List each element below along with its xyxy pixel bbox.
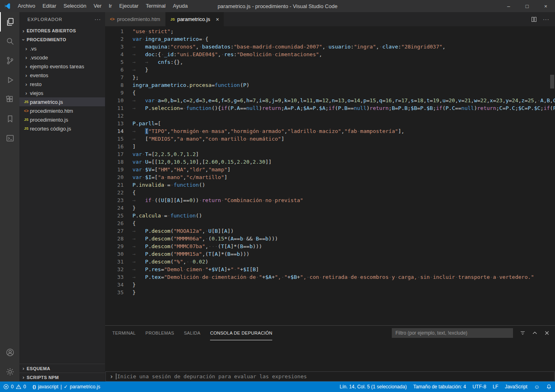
menu-seleccion[interactable]: Selección (60, 0, 90, 12)
code-line[interactable]: 6→} (105, 66, 555, 74)
tab-procedimiento.htm[interactable]: <>procedimiento.htm (105, 12, 166, 26)
line-number[interactable]: 33 (105, 273, 124, 281)
line-number[interactable]: 21 (105, 181, 124, 189)
code-line[interactable]: 4→doc:{·_id:"uni.EADE04$",·res:"Demolici… (105, 51, 555, 58)
panel-tab-salida[interactable]: SALIDA (184, 326, 200, 340)
line-number[interactable]: 4 (105, 51, 124, 58)
menu-ejecutar[interactable]: Ejecutar (116, 0, 142, 12)
cursor-position[interactable]: Lín. 14, Col. 5 (1 seleccionada) (336, 381, 410, 392)
editor-scrollbar[interactable] (550, 75, 554, 89)
code-line[interactable]: 7}; (105, 74, 555, 81)
tab-parametrico.js[interactable]: JSparametrico.js× (166, 12, 225, 26)
code-line[interactable]: 1"use·strict"; (105, 27, 555, 35)
line-number[interactable]: 29 (105, 242, 124, 250)
line-number[interactable]: 17 (105, 150, 124, 158)
line-number[interactable]: 6 (105, 66, 124, 74)
code-line[interactable]: 34} (105, 281, 555, 289)
tree-folder-eventos[interactable]: ›eventos (19, 71, 105, 80)
line-number[interactable]: 16 (105, 143, 124, 150)
line-number[interactable]: 15 (105, 135, 124, 143)
line-number[interactable]: 11 (105, 104, 124, 112)
line-number[interactable]: 13 (105, 120, 124, 127)
more-actions-icon[interactable]: ··· (543, 16, 549, 22)
line-number[interactable]: 12 (105, 112, 124, 120)
code-line[interactable]: 12 (105, 112, 555, 120)
tree-folder-resto[interactable]: ›resto (19, 80, 105, 89)
line-number[interactable]: 2 (105, 35, 124, 43)
line-number[interactable]: 5 (105, 58, 124, 66)
menu-ver[interactable]: Ver (90, 0, 105, 12)
line-number[interactable]: 3 (105, 43, 124, 51)
code-line[interactable]: 23→if·((U[B][A]==0))·return·"Combinación… (105, 196, 555, 204)
activitybar-terminal[interactable] (0, 129, 19, 148)
activitybar-explorer[interactable] (0, 12, 19, 32)
line-number[interactable]: 20 (105, 173, 124, 181)
panel-tab-problemas[interactable]: PROBLEMAS (145, 326, 174, 340)
line-number[interactable]: 31 (105, 258, 124, 266)
tree-folder-.vscode[interactable]: ›.vscode (19, 53, 105, 62)
section-npm-scripts[interactable]: › SCRIPTS NPM (19, 373, 105, 381)
line-number[interactable]: 24 (105, 204, 124, 212)
tree-file-procedimiento.js[interactable]: JSprocedimiento.js (19, 115, 105, 124)
indentation-status[interactable]: Tamaño de tabulación: 4 (410, 381, 469, 392)
code-line[interactable]: 30→P.descom("MMMM15a",(T[A]*(B==b))) (105, 250, 555, 258)
line-number[interactable]: 9 (105, 89, 124, 97)
code-line[interactable]: 28→P.descom("MMMM06a",·(0.15*(A==b·&&·B=… (105, 235, 555, 242)
code-line[interactable]: 32→P.res="Demol·cimen·"+$V[A]+"·"+$I[B] (105, 266, 555, 273)
menu-archivo[interactable]: Archivo (14, 0, 39, 12)
code-line[interactable]: 20var·$I=["a·mano","c/martillo"] (105, 173, 555, 181)
code-line[interactable]: 25P.calcula·=·function() (105, 212, 555, 219)
panel-tab-terminal[interactable]: TERMINAL (112, 326, 136, 340)
line-number[interactable]: 1 (105, 27, 124, 35)
line-number[interactable]: 23 (105, 196, 124, 204)
line-number[interactable]: 34 (105, 281, 124, 289)
code-line[interactable]: 13P.parll=[ (105, 120, 555, 127)
activitybar-bookmarks[interactable] (0, 109, 19, 129)
code-line[interactable]: 17var·T=[2,2.5,0.7,1.2] (105, 150, 555, 158)
notifications-button[interactable] (543, 381, 555, 392)
code-line[interactable]: 18var·U=[[12,0,10.5,10],[2.60,0.15,2.20,… (105, 158, 555, 166)
maximize-button[interactable]: □ (518, 0, 536, 12)
line-number[interactable]: 19 (105, 166, 124, 173)
menu-ayuda[interactable]: Ayuda (169, 0, 191, 12)
chevron-up-icon[interactable] (532, 330, 538, 336)
eol-status[interactable]: LF (490, 381, 502, 392)
code-line[interactable]: 11→P.seleccion=·function(){if(P.A==null)… (105, 104, 555, 112)
code-line[interactable]: 29→P.descom("MMMC07ba",···(T[A]*(B==b))) (105, 242, 555, 250)
code-line[interactable]: 35} (105, 289, 555, 296)
line-number[interactable]: 30 (105, 250, 124, 258)
code-line[interactable]: 14→["TIPO","hormigón·en·masa","hormigón·… (105, 127, 555, 135)
line-number[interactable]: 35 (105, 289, 124, 296)
filter-lines-icon[interactable] (519, 330, 526, 336)
minimize-button[interactable]: – (499, 0, 518, 12)
language-status[interactable]: {} javascript | ✓ parametrico.js (29, 381, 103, 392)
activitybar-search[interactable] (0, 32, 19, 51)
tree-file-parametrico.js[interactable]: JSparametrico.js (19, 97, 105, 106)
code-line[interactable]: 10→var·a=0,b=1,c=2,d=3,e=4,f=5,g=6,h=7,i… (105, 97, 555, 104)
settings-button[interactable] (0, 362, 19, 381)
code-line[interactable]: 24} (105, 204, 555, 212)
code-line[interactable]: 22{ (105, 189, 555, 196)
code-line[interactable]: 27→P.descom("MOOA12a",·U[B][A]) (105, 227, 555, 235)
section-open-editors[interactable]: › EDITORES ABIERTOS (19, 26, 105, 35)
code-line[interactable]: 16] (105, 143, 555, 150)
line-number[interactable]: 26 (105, 219, 124, 227)
activitybar-source-control[interactable] (0, 51, 19, 70)
code-line[interactable]: 26{ (105, 219, 555, 227)
tree-folder-.vs[interactable]: ›.vs (19, 44, 105, 53)
close-tab-icon[interactable]: × (216, 16, 219, 23)
code-line[interactable]: 5→→cnfs:{}, (105, 58, 555, 66)
line-number[interactable]: 18 (105, 158, 124, 166)
line-number[interactable]: 7 (105, 74, 124, 81)
line-number[interactable]: 14 (105, 127, 124, 135)
tree-folder-viejos[interactable]: ›viejos (19, 89, 105, 97)
encoding-status[interactable]: UTF-8 (469, 381, 490, 392)
menu-ir[interactable]: Ir (105, 0, 116, 12)
language-mode[interactable]: JavaScript (502, 381, 531, 392)
filter-input[interactable] (392, 328, 513, 338)
tree-file-procedimiento.htm[interactable]: <>procedimiento.htm (19, 106, 105, 115)
line-number[interactable]: 27 (105, 227, 124, 235)
close-panel-icon[interactable] (544, 330, 550, 336)
code-line[interactable]: 31→P.descom("%",··0.02) (105, 258, 555, 266)
more-actions-icon[interactable]: ··· (95, 16, 101, 22)
